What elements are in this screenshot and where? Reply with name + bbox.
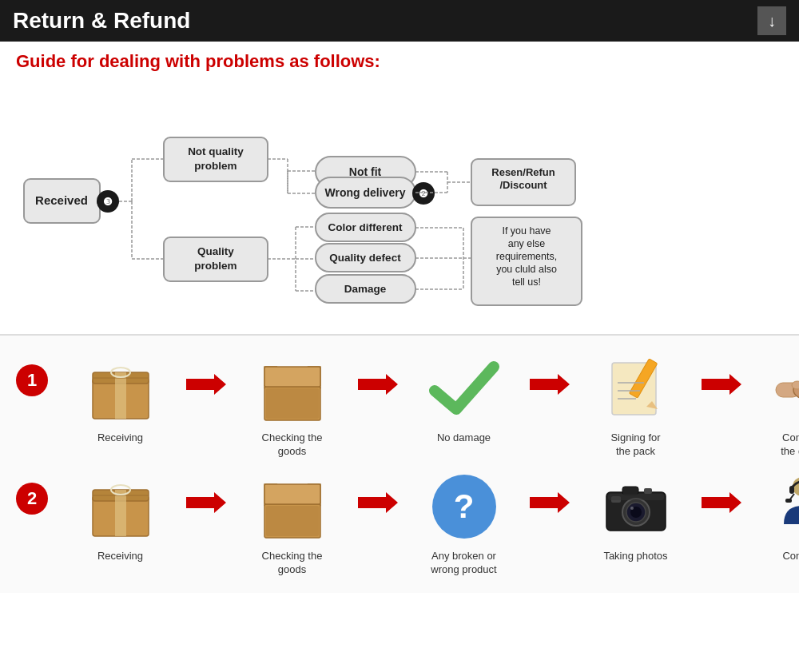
step-label: Signing forthe pack xyxy=(610,431,660,459)
svg-rect-63 xyxy=(266,388,319,419)
open-box-icon xyxy=(248,348,336,428)
step-label: Taking photos xyxy=(603,550,667,563)
svg-text:problem: problem xyxy=(194,260,237,272)
svg-text:Color different: Color different xyxy=(328,221,403,233)
question-mark-icon: ? xyxy=(420,467,508,547)
svg-rect-103 xyxy=(785,499,792,503)
svg-rect-95 xyxy=(644,488,652,494)
svg-text:tell us!: tell us! xyxy=(512,276,541,288)
checkmark-icon xyxy=(420,348,508,428)
step-label: Receiving xyxy=(97,550,143,563)
camera-icon xyxy=(592,467,680,547)
question-circle: ? xyxy=(432,475,496,539)
svg-rect-62 xyxy=(264,367,320,387)
svg-text:problem: problem xyxy=(194,160,237,172)
header: Return & Refund ↓ xyxy=(0,0,799,42)
svg-marker-64 xyxy=(358,374,398,395)
svg-rect-100 xyxy=(789,486,794,494)
step-label: No damage xyxy=(437,431,491,445)
step-label: Any broken orwrong product xyxy=(431,550,496,577)
svg-rect-94 xyxy=(622,487,638,495)
svg-text:/Discount: /Discount xyxy=(499,179,547,191)
svg-text:Not quality: Not quality xyxy=(188,145,244,157)
step-item-photos: Taking photos xyxy=(570,467,702,563)
step-label: Checking thegoods xyxy=(262,550,323,577)
red-arrow-6 xyxy=(358,491,398,515)
svg-rect-80 xyxy=(115,490,126,536)
svg-rect-57 xyxy=(115,372,126,419)
red-arrow-5 xyxy=(186,491,226,515)
svg-text:Resen/Refun: Resen/Refun xyxy=(491,166,555,178)
arrow-icon: ↓ xyxy=(757,6,786,35)
step-item-checking-1: Checking thegoods xyxy=(226,348,358,459)
svg-text:any else: any else xyxy=(508,238,546,249)
svg-rect-86 xyxy=(266,506,319,536)
step-label: Contact us xyxy=(782,550,799,563)
svg-marker-65 xyxy=(530,374,570,395)
pencil-paper-icon xyxy=(592,348,680,428)
svg-rect-85 xyxy=(264,484,320,504)
step-label: Confirmingthe delivery xyxy=(781,431,799,459)
step-item-confirming: Confirmingthe delivery xyxy=(741,348,799,459)
step-badge-1: 1 xyxy=(16,364,48,396)
svg-point-76 xyxy=(792,381,800,389)
svg-marker-98 xyxy=(702,492,741,513)
step-item-contact: Contact us xyxy=(741,467,799,563)
step-label: Receiving xyxy=(97,431,143,445)
svg-text:Not fit: Not fit xyxy=(349,165,382,178)
svg-rect-97 xyxy=(608,494,664,500)
svg-text:you cluld also: you cluld also xyxy=(496,264,557,275)
svg-marker-60 xyxy=(186,374,226,395)
step-item-signing: Signing forthe pack xyxy=(570,348,702,459)
step-item-broken: ? Any broken orwrong product xyxy=(398,467,530,577)
handshake-icon xyxy=(764,348,800,428)
step-label: Checking thegoods xyxy=(262,431,323,459)
red-arrow-2 xyxy=(358,372,398,396)
svg-marker-72 xyxy=(702,374,741,395)
step-item-receiving-1: Receiving xyxy=(54,348,186,445)
svg-text:Damage: Damage xyxy=(344,283,387,295)
svg-marker-87 xyxy=(358,492,398,513)
open-box-icon-2 xyxy=(248,467,336,547)
guide-section: Guide for dealing with problems as follo… xyxy=(0,42,799,334)
process-section: 1 Receiving xyxy=(0,334,799,593)
step-items-2: Receiving Chec xyxy=(54,467,799,577)
guide-title: Guide for dealing with problems as follo… xyxy=(16,51,783,72)
process-row-2: 2 Receiving xyxy=(16,467,783,577)
closed-box-icon-2 xyxy=(77,467,165,547)
svg-point-93 xyxy=(630,507,634,510)
svg-text:❷: ❷ xyxy=(419,188,428,200)
process-row-1: 1 Receiving xyxy=(16,348,783,459)
red-arrow-8 xyxy=(702,491,741,515)
red-arrow-4 xyxy=(702,372,741,396)
svg-text:Received: Received xyxy=(35,193,88,207)
flowchart: Received ❸ Not quality problem Quality p… xyxy=(16,83,799,323)
step-item-receiving-2: Receiving xyxy=(54,467,186,563)
red-arrow-7 xyxy=(530,491,570,515)
red-arrow-1 xyxy=(186,372,226,396)
step-item-nodamage: No damage xyxy=(398,348,530,445)
page-title: Return & Refund xyxy=(13,8,190,34)
step-items-1: Receiving xyxy=(54,348,799,459)
svg-text:Wrong delivery: Wrong delivery xyxy=(325,186,406,199)
person-headset-icon xyxy=(764,467,800,547)
red-arrow-3 xyxy=(530,372,570,396)
svg-marker-83 xyxy=(186,492,226,513)
svg-text:❸: ❸ xyxy=(103,196,113,208)
closed-box-icon xyxy=(77,348,165,428)
svg-text:Quality defect: Quality defect xyxy=(329,252,401,264)
step-badge-2: 2 xyxy=(16,483,48,515)
svg-text:Quality: Quality xyxy=(197,245,234,257)
svg-text:requirements,: requirements, xyxy=(496,251,557,262)
step-item-checking-2: Checking thegoods xyxy=(226,467,358,577)
svg-marker-88 xyxy=(530,492,570,513)
svg-text:If you have: If you have xyxy=(502,225,551,237)
